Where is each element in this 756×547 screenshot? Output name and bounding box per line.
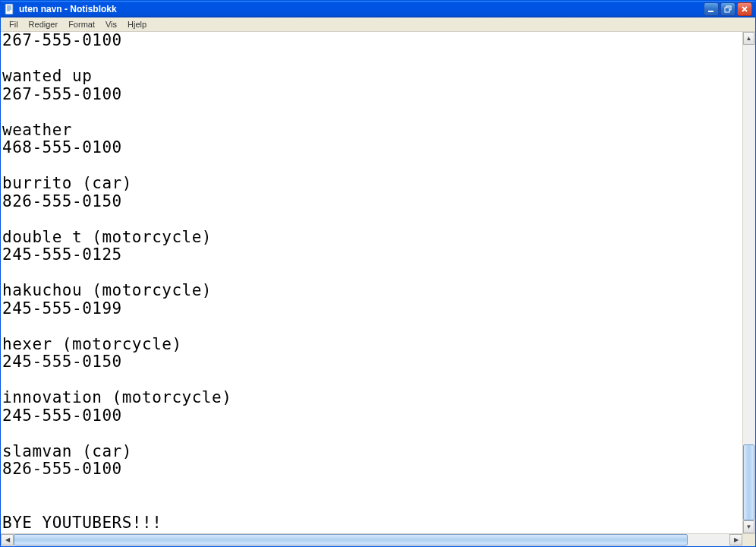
close-button[interactable] <box>737 2 752 16</box>
notepad-window: uten navn - Notisblokk Fil Rediger For <box>0 0 756 547</box>
scroll-down-button[interactable]: ▼ <box>743 520 754 533</box>
maximize-button[interactable] <box>720 2 736 16</box>
titlebar[interactable]: uten navn - Notisblokk <box>1 1 755 17</box>
content-wrapper: 267-555-0100 wanted up 267-555-0100 weat… <box>1 32 755 546</box>
window-title: uten navn - Notisblokk <box>19 4 704 14</box>
scroll-left-button[interactable]: ◀ <box>1 534 14 545</box>
menu-rediger[interactable]: Rediger <box>24 18 64 30</box>
window-controls <box>704 2 752 16</box>
menubar: Fil Rediger Format Vis Hjelp <box>1 17 755 32</box>
vertical-scroll-thumb[interactable] <box>743 444 754 520</box>
menu-fil[interactable]: Fil <box>4 18 24 30</box>
svg-rect-5 <box>708 11 713 12</box>
horizontal-scrollbar[interactable]: ◀ ▶ <box>1 533 755 546</box>
content-outer: 267-555-0100 wanted up 267-555-0100 weat… <box>1 32 755 533</box>
text-editor[interactable]: 267-555-0100 wanted up 267-555-0100 weat… <box>1 32 742 533</box>
menu-vis[interactable]: Vis <box>100 18 122 30</box>
scroll-up-button[interactable]: ▲ <box>743 32 754 45</box>
svg-rect-7 <box>725 8 729 12</box>
minimize-button[interactable] <box>704 2 719 16</box>
vertical-scrollbar[interactable]: ▲ ▼ <box>742 32 755 533</box>
menu-format[interactable]: Format <box>63 18 100 30</box>
app-icon <box>4 3 16 15</box>
scroll-corner <box>742 534 755 546</box>
menu-hjelp[interactable]: Hjelp <box>122 18 152 30</box>
scroll-right-button[interactable]: ▶ <box>729 534 742 545</box>
horizontal-scroll-thumb[interactable] <box>14 534 688 545</box>
